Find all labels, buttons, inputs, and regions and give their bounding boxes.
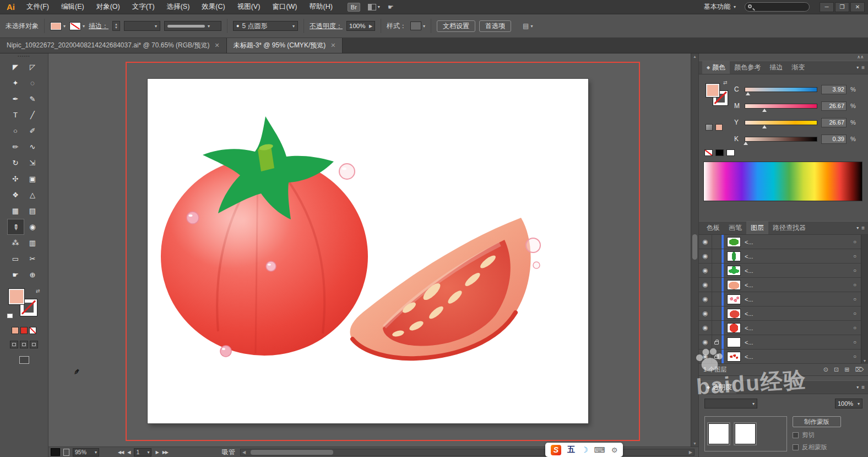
- slider-handle[interactable]: [746, 92, 750, 95]
- menu-window[interactable]: 窗口(W): [266, 2, 303, 12]
- lock-toggle[interactable]: [712, 249, 721, 263]
- draw-inside-button[interactable]: [30, 341, 38, 348]
- black-swatch[interactable]: [715, 149, 724, 156]
- swap-fill-stroke-icon[interactable]: ⇄: [723, 80, 728, 85]
- tab-gradient[interactable]: 渐变: [787, 61, 809, 74]
- new-layer-icon[interactable]: ⊞: [844, 366, 849, 373]
- menu-select[interactable]: 选择(S): [161, 2, 196, 12]
- document-setup-button[interactable]: 文档设置: [437, 20, 475, 32]
- stroke-color-picker[interactable]: ▾: [69, 22, 85, 30]
- lock-toggle[interactable]: [712, 335, 721, 349]
- last-color-swatch[interactable]: [715, 124, 723, 131]
- layer-row[interactable]: ◉ <... ○: [699, 335, 868, 350]
- slider-handle[interactable]: [762, 125, 767, 128]
- direct-selection-tool[interactable]: ◸: [24, 59, 41, 75]
- delete-layer-icon[interactable]: ⌦: [855, 366, 864, 373]
- make-clipping-mask-icon[interactable]: ⊙: [823, 366, 828, 373]
- line-segment-tool[interactable]: ╱: [24, 107, 41, 123]
- panel-menu-icon[interactable]: ▾≡: [856, 381, 865, 394]
- blend-mode-select[interactable]: ▾: [704, 399, 757, 408]
- artboard-tool[interactable]: ▭: [7, 251, 24, 267]
- magic-wand-tool[interactable]: ✦: [7, 75, 24, 91]
- arrange-documents-icon[interactable]: ▾: [368, 4, 380, 10]
- slider-handle[interactable]: [744, 142, 748, 145]
- scroll-up-icon[interactable]: ▲: [693, 55, 697, 58]
- menu-help[interactable]: 帮助(H): [303, 2, 339, 12]
- tab-layers[interactable]: 图层: [746, 222, 768, 234]
- visibility-toggle[interactable]: ◉: [699, 321, 712, 335]
- layer-target-icon[interactable]: ○: [850, 267, 860, 273]
- cyan-value-input[interactable]: 3.92: [821, 85, 847, 94]
- color-cube-icon[interactable]: [706, 124, 713, 131]
- eyedropper-tool[interactable]: ✐: [7, 219, 24, 235]
- layer-target-icon[interactable]: ○: [850, 325, 860, 331]
- type-tool[interactable]: T: [7, 107, 24, 123]
- gradient-tool[interactable]: ▤: [24, 203, 41, 219]
- layers-scrollbar[interactable]: ▼: [861, 235, 868, 364]
- workspace-switcher[interactable]: 基本功能▾: [704, 2, 736, 12]
- horizontal-scrollbar[interactable]: ◀ ▶: [240, 449, 695, 456]
- white-swatch[interactable]: [726, 149, 735, 156]
- layer-target-icon[interactable]: ○: [850, 239, 860, 245]
- layer-row[interactable]: ◉ <... ○: [699, 278, 868, 292]
- scroll-left-icon[interactable]: ◀: [242, 450, 246, 455]
- yellow-value-input[interactable]: 26.67: [821, 118, 847, 127]
- menu-type[interactable]: 文字(T): [126, 2, 161, 12]
- free-transform-tool[interactable]: ▣: [24, 171, 41, 187]
- menu-edit[interactable]: 编辑(E): [55, 2, 90, 12]
- swatch-red[interactable]: [20, 327, 28, 334]
- vertical-scrollbar[interactable]: ▲ ▼: [691, 53, 698, 447]
- new-sublayer-icon[interactable]: ⊡: [834, 366, 839, 373]
- tab-swatches[interactable]: 色板: [702, 222, 724, 234]
- visibility-toggle[interactable]: ◉: [699, 235, 712, 249]
- layer-target-icon[interactable]: ○: [850, 296, 860, 302]
- perspective-grid-tool[interactable]: △: [24, 187, 41, 203]
- lock-toggle[interactable]: [712, 321, 721, 335]
- lock-toggle[interactable]: [712, 307, 721, 320]
- tomato-illustration[interactable]: [148, 79, 588, 423]
- vertical-scroll-thumb[interactable]: [692, 234, 697, 260]
- brush-select[interactable]: ●5 点圆形▾: [233, 21, 298, 31]
- yellow-slider[interactable]: [745, 120, 817, 125]
- bridge-button[interactable]: Br: [348, 3, 360, 12]
- scroll-down-icon[interactable]: ▼: [863, 359, 867, 363]
- swatch-none[interactable]: [29, 327, 36, 334]
- tab-stroke[interactable]: 描边: [765, 61, 787, 74]
- visibility-toggle[interactable]: ◉: [699, 264, 712, 277]
- screen-mode-button[interactable]: [19, 356, 29, 364]
- keyboard-icon[interactable]: ⌨: [594, 445, 605, 454]
- draw-normal-button[interactable]: [10, 341, 18, 348]
- lock-toggle[interactable]: [712, 292, 721, 306]
- width-profile-select[interactable]: ▾: [164, 21, 221, 31]
- curvature-tool[interactable]: ✎: [24, 91, 41, 107]
- fill-color-well[interactable]: [8, 288, 25, 305]
- close-icon[interactable]: ✕: [330, 42, 335, 49]
- panel-menu-icon[interactable]: ▾≡: [856, 61, 865, 74]
- symbol-sprayer-tool[interactable]: ⁂: [7, 235, 24, 251]
- sogou-logo[interactable]: S: [551, 445, 561, 455]
- black-value-input[interactable]: 0.39: [821, 135, 847, 144]
- first-artboard-button[interactable]: ◀◀: [118, 450, 123, 455]
- slider-handle[interactable]: [762, 109, 767, 112]
- visibility-toggle[interactable]: ◉: [699, 249, 712, 263]
- panel-grip[interactable]: ••••••: [0, 53, 48, 59]
- stroke-weight-select[interactable]: ▾: [124, 21, 160, 31]
- layer-row[interactable]: ◉ <... ○: [699, 264, 868, 278]
- scroll-down-icon[interactable]: ▼: [693, 442, 697, 445]
- menu-effect[interactable]: 效果(C): [196, 2, 231, 12]
- artboard-number-select[interactable]: 1▾: [134, 448, 151, 456]
- column-graph-tool[interactable]: ▥: [24, 235, 41, 251]
- collapse-panels-icon[interactable]: ∧∧: [699, 53, 868, 61]
- tab-color-guide[interactable]: 颜色参考: [730, 61, 765, 74]
- tab-pathfinder[interactable]: 路径查找器: [768, 222, 810, 234]
- canvas[interactable]: ✒ ▲ ▼: [48, 53, 698, 447]
- lasso-tool[interactable]: ◌: [24, 75, 41, 91]
- artboard[interactable]: [148, 79, 588, 423]
- layer-row[interactable]: ◉ <... ○: [699, 307, 868, 321]
- opacity-panel-link[interactable]: 不透明度：: [310, 21, 343, 31]
- tab-color[interactable]: ◆颜色: [702, 61, 730, 74]
- hand-tool[interactable]: ☛: [7, 267, 24, 283]
- selection-tool[interactable]: ◤: [7, 59, 24, 75]
- layer-target-icon[interactable]: ○: [850, 282, 860, 288]
- visibility-toggle[interactable]: ◉: [699, 335, 712, 349]
